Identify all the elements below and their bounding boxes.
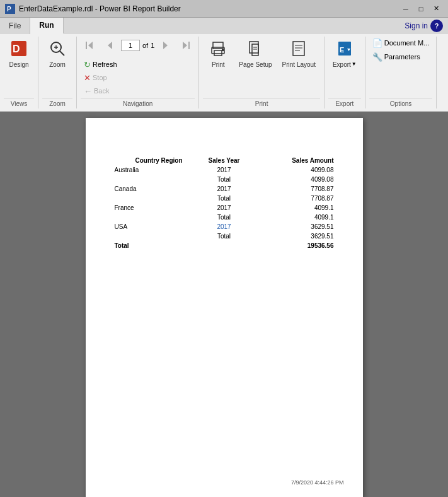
table-row: Canada 2017 7708.87 [111,184,338,194]
svg-marker-9 [88,42,93,49]
header-sales-amount: Sales Amount [262,156,338,165]
zoom-label: Zoom [49,61,66,68]
report-footer: 7/9/2020 4:44:26 PM [291,479,344,486]
table-row: USA 2017 3629.51 [111,222,338,231]
window-controls: ─ □ ✕ [399,3,443,15]
refresh-button[interactable]: ↻ Refresh [81,58,120,71]
zoom-icon [49,40,66,60]
navigation-label: Navigation [81,98,195,108]
svg-marker-11 [163,42,168,49]
page-number-input[interactable] [121,40,140,51]
next-button[interactable] [157,37,175,54]
back-button[interactable]: ← Back [81,85,120,97]
cell-amount: 4099.08 [262,165,338,175]
cell-amount: 3629.51 [262,222,338,231]
zoom-button[interactable]: Zoom [42,37,72,71]
print-layout-icon [290,40,307,60]
header-country: Country Region [111,156,187,165]
print-button[interactable]: Print [203,37,233,71]
document-map-label: Document M... [384,39,430,47]
cell-year-total: Total [187,231,262,241]
document-map-icon: 📄 [372,38,382,48]
first-button[interactable] [81,37,98,54]
zoom-group-label: Zoom [42,98,72,108]
cell-grand-total-empty [187,241,262,250]
print-items: Print Page Setup [203,37,320,97]
design-icon: D [10,40,28,60]
print-label: Print [212,61,225,68]
ribbon: File Run Sign in ? D Design [0,18,448,112]
cell-year: 2017 [187,184,262,194]
title-bar-left: P EnterDataExample.rdl - Power BI Report… [5,4,181,14]
document-map-button[interactable]: 📄 Document M... [369,37,433,49]
export-icon: E [336,40,353,60]
report-table: Country Region Sales Year Sales Amount A… [111,156,338,250]
report-page: Country Region Sales Year Sales Amount A… [86,118,363,497]
cell-country [111,194,187,203]
cell-year-total: Total [187,194,262,203]
design-button[interactable]: D Design [4,37,34,71]
cell-year-total: Total [187,213,262,222]
options-items: 📄 Document M... 🔧 Parameters [369,37,433,97]
cell-grand-total-label: Total [111,241,187,250]
close-button[interactable]: ✕ [429,3,443,15]
svg-text:P: P [7,6,11,13]
last-button[interactable] [177,37,195,54]
title-bar: P EnterDataExample.rdl - Power BI Report… [0,0,448,18]
cell-country [111,175,187,184]
page-setup-label: Page Setup [239,61,272,68]
window-title: EnterDataExample.rdl - Power BI Report B… [19,4,181,13]
tab-file[interactable]: File [0,18,30,34]
page-setup-button[interactable]: Page Setup [234,37,276,71]
svg-rect-19 [252,44,258,56]
refresh-icon: ↻ [84,60,91,69]
main-area: Country Region Sales Year Sales Amount A… [0,112,448,497]
design-label: Design [9,61,28,68]
app-icon: P [5,4,15,14]
total-pages-label: 1 [151,42,154,49]
previous-button[interactable] [101,37,118,54]
stop-label: Stop [93,74,107,81]
zoom-items: Zoom [42,37,72,97]
ribbon-group-zoom: Zoom Zoom [38,37,77,108]
cell-country: France [111,203,187,213]
help-button[interactable]: ? [430,20,443,32]
export-items: E Export ▼ [328,37,361,97]
export-button[interactable]: E Export ▼ [328,37,361,71]
options-group-label: Options [369,98,433,108]
svg-rect-17 [222,49,224,51]
grand-total-row: Total 19536.56 [111,241,338,250]
cell-year-total: Total [187,175,262,184]
parameters-label: Parameters [384,53,420,61]
stop-button[interactable]: ✕ Stop [81,71,120,84]
cell-amount-total: 4099.08 [262,175,338,184]
svg-line-5 [60,51,64,56]
page-of-label: of [142,42,148,49]
report-content: Country Region Sales Year Sales Amount A… [86,118,363,276]
table-row: Australia 2017 4099.08 [111,165,338,175]
refresh-label: Refresh [93,61,117,68]
cell-country: Australia [111,165,187,175]
cell-country: USA [111,222,187,231]
ribbon-content: D Design Views [0,34,448,111]
parameters-button[interactable]: 🔧 Parameters [369,50,423,63]
sign-in-button[interactable]: Sign in [405,21,428,30]
print-layout-button[interactable]: Print Layout [278,37,320,71]
cell-year: 2017 [187,165,262,175]
svg-text:E: E [340,46,344,54]
cell-year-link[interactable]: 2017 [187,222,262,231]
minimize-button[interactable]: ─ [399,3,413,15]
sign-in-area: Sign in ? [399,18,448,34]
print-layout-label: Print Layout [282,61,316,68]
svg-marker-10 [108,42,112,49]
print-group-label: Print [203,98,320,108]
cell-year: 2017 [187,203,262,213]
cell-amount-total: 3629.51 [262,231,338,241]
maximize-button[interactable]: □ [414,3,428,15]
ribbon-group-views: D Design Views [0,37,38,108]
print-icon [209,40,227,60]
tab-run[interactable]: Run [30,18,63,34]
table-row: Total 4099.08 [111,175,338,184]
views-items: D Design [4,37,34,97]
views-label: Views [4,98,34,108]
